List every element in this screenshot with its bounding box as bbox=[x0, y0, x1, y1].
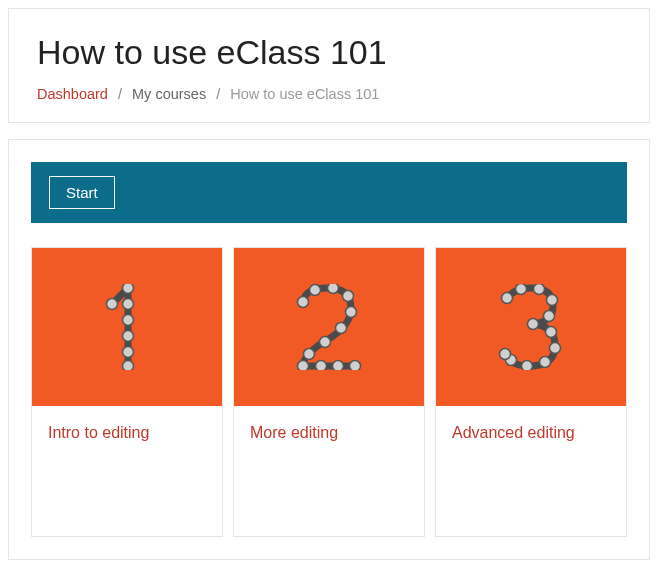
header-card: How to use eClass 101 Dashboard / My cou… bbox=[8, 8, 650, 123]
svg-point-30 bbox=[500, 349, 511, 360]
tile-body: Advanced editing bbox=[436, 406, 626, 536]
tile-image-2 bbox=[234, 248, 424, 406]
svg-point-16 bbox=[316, 361, 327, 371]
svg-point-22 bbox=[547, 295, 558, 306]
tiles-row: Intro to editing bbox=[31, 247, 627, 537]
tile-image-3 bbox=[436, 248, 626, 406]
breadcrumb-dashboard[interactable]: Dashboard bbox=[37, 86, 108, 102]
svg-point-4 bbox=[123, 331, 134, 342]
tile-title: More editing bbox=[250, 424, 408, 442]
svg-point-9 bbox=[328, 284, 339, 294]
tile-3[interactable]: Advanced editing bbox=[435, 247, 627, 537]
course-banner: Start bbox=[31, 162, 627, 223]
svg-point-27 bbox=[540, 357, 551, 368]
breadcrumb: Dashboard / My courses / How to use eCla… bbox=[37, 86, 621, 102]
svg-point-24 bbox=[528, 319, 539, 330]
page-title: How to use eClass 101 bbox=[37, 33, 621, 72]
tile-title: Advanced editing bbox=[452, 424, 610, 442]
svg-point-21 bbox=[534, 284, 545, 295]
tile-body: Intro to editing bbox=[32, 406, 222, 536]
svg-point-15 bbox=[298, 361, 309, 371]
number-2-icon bbox=[293, 284, 365, 370]
tile-title: Intro to editing bbox=[48, 424, 206, 442]
svg-point-5 bbox=[123, 347, 134, 358]
svg-point-0 bbox=[107, 299, 118, 310]
svg-point-10 bbox=[343, 291, 354, 302]
svg-point-12 bbox=[336, 323, 347, 334]
svg-point-1 bbox=[123, 284, 134, 294]
tile-2[interactable]: More editing bbox=[233, 247, 425, 537]
breadcrumb-separator-icon: / bbox=[118, 86, 122, 102]
start-button[interactable]: Start bbox=[49, 176, 115, 209]
breadcrumb-current: How to use eClass 101 bbox=[230, 86, 379, 102]
number-3-icon bbox=[497, 284, 565, 370]
svg-point-18 bbox=[350, 361, 361, 371]
svg-point-19 bbox=[502, 293, 513, 304]
svg-point-8 bbox=[310, 285, 321, 296]
svg-point-23 bbox=[544, 311, 555, 322]
svg-point-7 bbox=[298, 297, 309, 308]
tile-body: More editing bbox=[234, 406, 424, 536]
svg-point-11 bbox=[346, 307, 357, 318]
svg-point-14 bbox=[304, 349, 315, 360]
breadcrumb-separator-icon: / bbox=[216, 86, 220, 102]
svg-point-26 bbox=[550, 343, 561, 354]
svg-point-28 bbox=[522, 361, 533, 371]
svg-point-20 bbox=[516, 284, 527, 295]
svg-point-25 bbox=[546, 327, 557, 338]
svg-point-2 bbox=[123, 299, 134, 310]
breadcrumb-my-courses[interactable]: My courses bbox=[132, 86, 206, 102]
tile-image-1 bbox=[32, 248, 222, 406]
svg-point-17 bbox=[333, 361, 344, 371]
svg-point-3 bbox=[123, 315, 134, 326]
svg-point-6 bbox=[123, 361, 134, 371]
content-card: Start bbox=[8, 139, 650, 560]
number-1-icon bbox=[104, 284, 150, 370]
tile-1[interactable]: Intro to editing bbox=[31, 247, 223, 537]
svg-point-13 bbox=[320, 337, 331, 348]
